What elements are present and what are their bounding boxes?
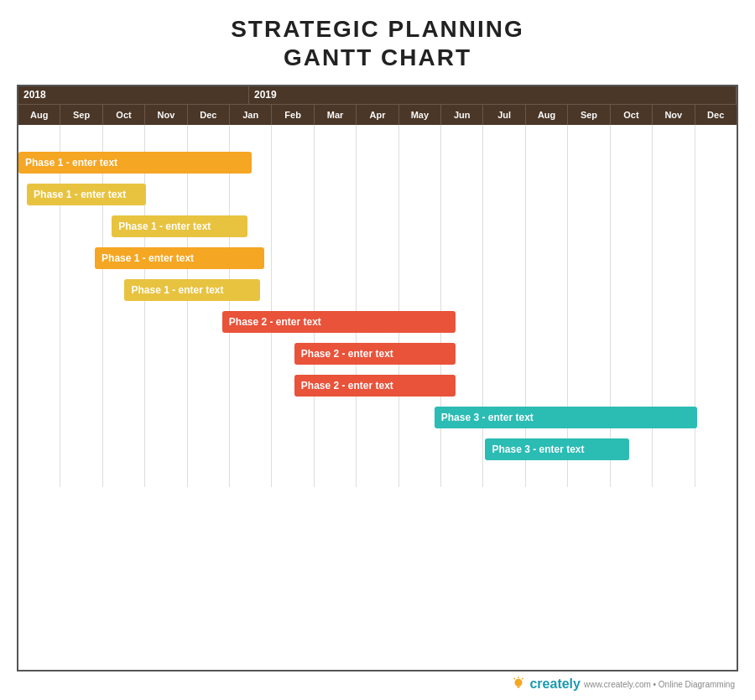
title-line1: STRATEGIC PLANNING xyxy=(231,15,524,44)
chart-container: 2018 2019 AugSepOctNovDecJanFebMarAprMay… xyxy=(17,85,738,671)
svg-line-3 xyxy=(523,678,523,679)
title-section: STRATEGIC PLANNING GANTT CHART xyxy=(231,15,524,71)
gantt-bar-9: Phase 3 - enter text xyxy=(485,438,629,460)
month-Feb: Feb xyxy=(272,105,314,125)
chart-body: Phase 1 - enter textPhase 1 - enter text… xyxy=(18,125,737,487)
month-Nov: Nov xyxy=(145,105,187,125)
svg-line-4 xyxy=(514,678,515,679)
month-May: May xyxy=(399,105,441,125)
header-row: 2018 2019 AugSepOctNovDecJanFebMarAprMay… xyxy=(18,86,737,125)
gantt-row-5: Phase 2 - enter text xyxy=(18,306,737,338)
month-Jun: Jun xyxy=(441,105,483,125)
month-Oct: Oct xyxy=(611,105,653,125)
title-line2: GANTT CHART xyxy=(231,44,524,72)
gantt-row-0: Phase 1 - enter text xyxy=(18,147,737,179)
month-Nov: Nov xyxy=(653,105,695,125)
gantt-rows: Phase 1 - enter textPhase 1 - enter text… xyxy=(18,147,737,465)
month-Oct: Oct xyxy=(103,105,145,125)
main-title: STRATEGIC PLANNING GANTT CHART xyxy=(231,15,524,71)
month-row: AugSepOctNovDecJanFebMarAprMayJunJulAugS… xyxy=(18,105,737,125)
gantt-row-7: Phase 2 - enter text xyxy=(18,370,737,402)
gantt-bar-3: Phase 1 - enter text xyxy=(95,247,264,269)
month-Sep: Sep xyxy=(568,105,610,125)
gantt-bar-5: Phase 2 - enter text xyxy=(222,311,456,333)
footer: creately www.creately.com • Online Diagr… xyxy=(17,671,738,692)
gantt-row-4: Phase 1 - enter text xyxy=(18,274,737,306)
gantt-row-2: Phase 1 - enter text xyxy=(18,210,737,242)
gantt-bar-0: Phase 1 - enter text xyxy=(18,152,252,174)
gantt-row-1: Phase 1 - enter text xyxy=(18,179,737,210)
svg-rect-1 xyxy=(518,687,521,688)
creately-brand: creately xyxy=(529,677,581,692)
year-2018: 2018 xyxy=(18,86,249,104)
gantt-bar-2: Phase 1 - enter text xyxy=(112,215,247,237)
month-Dec: Dec xyxy=(188,105,230,125)
month-Jan: Jan xyxy=(230,105,272,125)
month-Sep: Sep xyxy=(60,105,102,125)
gantt-bar-8: Phase 3 - enter text xyxy=(435,407,698,428)
page-wrapper: STRATEGIC PLANNING GANTT CHART 2018 2019… xyxy=(0,0,755,700)
month-Apr: Apr xyxy=(357,105,398,125)
gantt-row-9: Phase 3 - enter text xyxy=(18,433,737,465)
month-Dec: Dec xyxy=(695,105,737,125)
month-Aug: Aug xyxy=(526,105,568,125)
svg-point-0 xyxy=(515,679,523,687)
gantt-bar-6: Phase 2 - enter text xyxy=(294,343,456,365)
month-Mar: Mar xyxy=(315,105,357,125)
year-2019: 2019 xyxy=(249,86,737,104)
gantt-bar-7: Phase 2 - enter text xyxy=(294,375,456,397)
month-Jul: Jul xyxy=(483,105,525,125)
creately-bulb-icon xyxy=(511,677,526,692)
gantt-row-8: Phase 3 - enter text xyxy=(18,402,737,433)
creately-tagline: www.creately.com • Online Diagramming xyxy=(584,680,735,689)
gantt-bar-1: Phase 1 - enter text xyxy=(27,184,146,205)
year-row: 2018 2019 xyxy=(18,86,737,105)
creately-logo: creately www.creately.com • Online Diagr… xyxy=(511,677,735,692)
month-Aug: Aug xyxy=(18,105,60,125)
gantt-row-6: Phase 2 - enter text xyxy=(18,338,737,370)
gantt-row-3: Phase 1 - enter text xyxy=(18,242,737,274)
gantt-bar-4: Phase 1 - enter text xyxy=(124,279,260,301)
